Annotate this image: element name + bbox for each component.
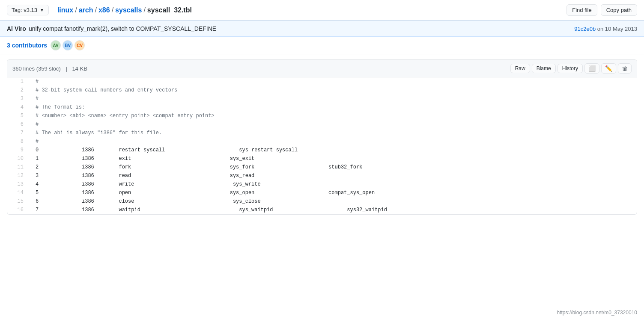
code-table: 1#2# 32-bit system call numbers and entr… [7,77,637,214]
table-row: 1# [7,77,637,86]
line-number: 12 [7,171,29,180]
find-file-button[interactable]: Find file [566,4,597,16]
breadcrumb-repo[interactable]: linux [57,6,73,14]
breadcrumb-arch[interactable]: arch [79,6,93,14]
table-row: 101 i386 exit sys_exit [7,154,637,163]
file-header: 360 lines (359 sloc) | 14 KB Raw Blame H… [7,60,637,77]
table-row: 7# The abi is always "i386" for this fil… [7,129,637,137]
line-code: # <number> <abi> <name> <entry point> <c… [29,112,637,120]
tag-label: Tag: v3.13 [12,7,37,13]
line-code: # [29,120,637,129]
commit-info: Al Viro unify compat fanotify_mark(2), s… [7,25,216,32]
line-code: # The abi is always "i386" for this file… [29,129,637,137]
line-code: 4 i386 write sys_write [29,180,637,189]
table-row: 134 i386 write sys_write [7,180,637,189]
table-row: 112 i386 fork sys_fork stub32_fork [7,163,637,171]
table-row: 3# [7,95,637,103]
table-row: 90 i386 restart_syscall sys_restart_sysc… [7,146,637,154]
file-viewer: 360 lines (359 sloc) | 14 KB Raw Blame H… [7,59,637,215]
caret-icon: ▼ [40,8,44,12]
line-count: 360 lines (359 sloc) [12,65,62,72]
line-code: 2 i386 fork sys_fork stub32_fork [29,163,637,171]
contributors-bar: 3 contributors AV BV CV [0,37,644,54]
line-number: 1 [7,77,29,86]
raw-button[interactable]: Raw [510,64,530,73]
top-bar: Tag: v3.13 ▼ linux / arch / x86 / syscal… [0,0,644,21]
line-code: # The format is: [29,103,637,112]
line-number: 9 [7,146,29,154]
breadcrumb-syscalls[interactable]: syscalls [115,6,142,14]
file-meta: 360 lines (359 sloc) | 14 KB [12,65,87,72]
commit-bar: Al Viro unify compat fanotify_mark(2), s… [0,21,644,37]
table-row: 4# The format is: [7,103,637,112]
breadcrumb-sep3: / [112,6,113,14]
commit-author: Al Viro [7,25,26,32]
avatar-3: CV [75,40,85,50]
copy-path-button[interactable]: Copy path [601,4,637,16]
breadcrumb-x86[interactable]: x86 [98,6,110,14]
line-code: 0 i386 restart_syscall sys_restart_sysca… [29,146,637,154]
edit-icon-button[interactable]: ✏️ [601,63,616,74]
line-number: 10 [7,154,29,163]
line-number: 15 [7,197,29,206]
blame-button[interactable]: Blame [532,64,556,73]
table-row: 8# [7,137,637,146]
line-number: 11 [7,163,29,171]
file-size: 14 KB [72,65,87,72]
line-number: 16 [7,206,29,214]
line-code: # 32-bit system call numbers and entry v… [29,86,637,95]
line-number: 3 [7,95,29,103]
line-code: # [29,137,637,146]
breadcrumb-sep2: / [95,6,97,14]
line-number: 7 [7,129,29,137]
table-row: 5# <number> <abi> <name> <entry point> <… [7,112,637,120]
line-number: 6 [7,120,29,129]
line-number: 4 [7,103,29,112]
avatar-2: BV [63,40,73,50]
display-icon-button[interactable]: ⬜ [584,63,599,74]
line-number: 13 [7,180,29,189]
line-number: 5 [7,112,29,120]
tag-dropdown[interactable]: Tag: v3.13 ▼ [7,5,49,15]
contributors-count[interactable]: 3 contributors [7,42,47,49]
breadcrumb-filename: syscall_32.tbl [147,6,192,14]
line-code: # [29,95,637,103]
line-code: # [29,77,637,86]
line-code: 1 i386 exit sys_exit [29,154,637,163]
commit-hash[interactable]: 91c2e0b [574,26,596,32]
commit-message: unify compat fanotify_mark(2), switch to… [29,25,216,32]
commit-meta: 91c2e0b on 10 May 2013 [574,26,637,32]
commit-date: on 10 May 2013 [597,26,637,32]
avatar-group: AV BV CV [51,40,85,50]
table-row: 145 i386 open sys_open compat_sys_open [7,189,637,197]
line-code: 6 i386 close sys_close [29,197,637,206]
table-row: 156 i386 close sys_close [7,197,637,206]
breadcrumb: linux / arch / x86 / syscalls / syscall_… [57,6,192,14]
table-row: 167 i386 waitpid sys_waitpid sys32_waitp… [7,206,637,214]
breadcrumb-sep4: / [143,6,145,14]
avatar-1: AV [51,40,61,50]
line-code: 7 i386 waitpid sys_waitpid sys32_waitpid [29,206,637,214]
delete-icon-button[interactable]: 🗑 [618,63,632,74]
line-code: 5 i386 open sys_open compat_sys_open [29,189,637,197]
table-row: 2# 32-bit system call numbers and entry … [7,86,637,95]
file-actions: Raw Blame History ⬜ ✏️ 🗑 [510,63,632,74]
history-button[interactable]: History [558,64,583,73]
table-row: 123 i386 read sys_read [7,171,637,180]
breadcrumb-sep1: / [75,6,77,14]
table-row: 6# [7,120,637,129]
top-actions: Find file Copy path [566,4,637,16]
line-code: 3 i386 read sys_read [29,171,637,180]
line-number: 8 [7,137,29,146]
line-number: 14 [7,189,29,197]
line-number: 2 [7,86,29,95]
